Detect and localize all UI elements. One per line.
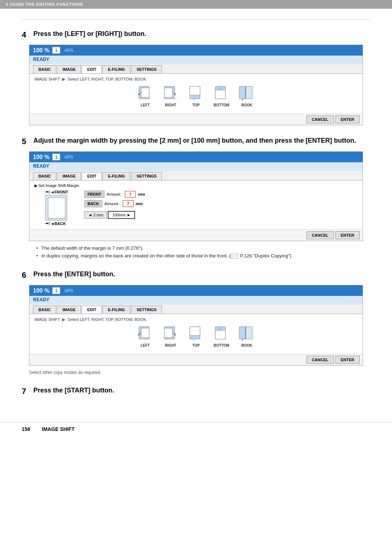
shift-buttons-4: ↙ LEFT ↘ [34, 85, 358, 107]
shift-btn-right[interactable]: ↘ RIGHT [161, 85, 180, 107]
shift-btn-left[interactable]: ↙ LEFT [136, 85, 155, 107]
amount-label-back: Amount : [105, 201, 121, 206]
step-6: 6 Press the [ENTER] button. 100 % 1 APS … [22, 270, 370, 375]
btn-2mm[interactable]: ◄ 2 mm [84, 211, 107, 219]
svg-text:↗: ↗ [241, 338, 244, 342]
tab-basic-6[interactable]: BASIC [33, 306, 56, 314]
zoom-value-4: 100 % [33, 47, 49, 54]
left-icon-6: ↙ [136, 325, 155, 342]
enter-button-4[interactable]: ENTER [335, 115, 360, 123]
action-buttons-4: CANCEL ENTER [29, 114, 363, 125]
header-bar: 5 USING THE EDITING FUNCTIONS [0, 0, 392, 9]
tab-basic-5[interactable]: BASIC [33, 172, 56, 180]
cancel-button-6[interactable]: CANCEL [306, 356, 334, 364]
tab-bar-4: BASIC IMAGE EDIT E-FILING SETTINGS [29, 64, 363, 74]
top-label-6: TOP [192, 343, 200, 347]
right-label-6: RIGHT [165, 343, 176, 347]
shift-btn-bottom[interactable]: ↓ BOTTOM [212, 85, 231, 107]
instruction-text-6: Select LEFT, RIGHT, TOP, BOTTOM, BOOK [68, 317, 146, 322]
bottom-icon-6: ↓ [212, 325, 231, 342]
bullet-list-5: The default width of the margin is 7 mm … [36, 245, 363, 259]
amount-label-front: Amount : [107, 192, 123, 196]
step-5-panel: 100 % 1 APS READY BASIC IMAGE EDIT E-FIL… [29, 151, 363, 241]
svg-rect-10 [215, 90, 225, 99]
aps-label-4: APS [65, 48, 73, 53]
aps-label-6: APS [65, 288, 73, 293]
top-label: TOP [192, 103, 200, 107]
tab-settings-4[interactable]: SETTINGS [131, 65, 162, 73]
ready-text-6: READY [33, 297, 49, 303]
svg-text:↙: ↙ [138, 331, 142, 337]
cancel-button-4[interactable]: CANCEL [306, 115, 334, 123]
back-label: BACK [84, 200, 102, 207]
instruction-arrow-6: ▶ [62, 317, 65, 322]
cancel-button-5[interactable]: CANCEL [306, 231, 334, 239]
tab-bar-6: BASIC IMAGE EDIT E-FILING SETTINGS [29, 305, 363, 314]
front-row: FRONT Amount : 7 mm [84, 191, 145, 198]
step-6-header: 6 Press the [ENTER] button. [22, 270, 370, 280]
svg-rect-29 [246, 327, 252, 339]
svg-text:↓: ↓ [218, 326, 220, 331]
tab-efiling-4[interactable]: E-FILING [102, 65, 130, 73]
copies-box-6: 1 [52, 287, 60, 294]
step-4-panel: 100 % 1 APS READY BASIC IMAGE EDIT E-FIL… [29, 45, 363, 125]
book-icon: ↗ [237, 85, 256, 102]
left-icon: ↙ [136, 85, 155, 102]
step-4: 4 Press the [LEFT] or [RIGHT]) button. 1… [22, 30, 370, 125]
tab-edit-5[interactable]: EDIT [82, 172, 102, 180]
panel-body-5: ▶ Set Image Shift Margin ➡| ◄FRONT ➡| ◄B… [29, 180, 363, 229]
tab-settings-6[interactable]: SETTINGS [131, 306, 162, 314]
instruction-prefix-6: IMAGE SHIFT [34, 317, 60, 322]
step-5-number: 5 [22, 137, 30, 146]
back-row: BACK Amount : 7 mm [84, 200, 145, 207]
footer-title: IMAGE SHIFT [42, 426, 74, 432]
action-buttons-6: CANCEL ENTER [29, 354, 363, 365]
shift-btn-right-6[interactable]: ↘ RIGHT [161, 325, 180, 347]
shift-btn-top[interactable]: ↑ TOP [187, 85, 205, 107]
shift-btn-book[interactable]: ↗ BOOK [237, 85, 256, 107]
svg-rect-23 [190, 327, 200, 335]
front-value: 7 [125, 191, 136, 197]
back-value: 7 [123, 200, 134, 207]
tab-image-5[interactable]: IMAGE [57, 172, 81, 180]
svg-rect-7 [190, 86, 200, 95]
shift-btn-bottom-6[interactable]: ↓ BOTTOM [212, 325, 231, 347]
shift-buttons-6: ↙ LEFT ↘ RIGHT [34, 325, 358, 347]
diagram-area: ➡| ◄FRONT ➡| ◄BACK [45, 190, 68, 226]
tab-efiling-5[interactable]: E-FILING [102, 172, 130, 180]
svg-text:↘: ↘ [172, 90, 177, 96]
copies-box-5: 1 [52, 154, 60, 160]
right-icon: ↘ [161, 85, 180, 102]
shift-btn-top-6[interactable]: ↑ TOP [187, 325, 205, 347]
footer-page: 158 [22, 426, 30, 432]
step-5: 5 Adjust the margin width by pressing th… [22, 137, 370, 259]
book-label: BOOK [241, 103, 252, 107]
step-6-number: 6 [22, 270, 30, 280]
tab-edit-4[interactable]: EDIT [82, 65, 102, 73]
tab-image-4[interactable]: IMAGE [57, 65, 81, 73]
status-bar-6: 100 % 1 APS [29, 285, 363, 296]
tab-image-6[interactable]: IMAGE [57, 306, 81, 314]
right-icon-6: ↘ [161, 325, 180, 342]
enter-button-5[interactable]: ENTER [335, 231, 360, 239]
btn-100mm[interactable]: 100mm ► [108, 211, 135, 219]
tab-basic-4[interactable]: BASIC [33, 65, 56, 73]
front-unit: mm [138, 192, 145, 196]
tab-efiling-6[interactable]: E-FILING [102, 306, 130, 314]
book-icon-6: ↗ [237, 325, 256, 342]
shift-btn-book-6[interactable]: ↗ BOOK [237, 325, 256, 347]
step-5-title: Adjust the margin width by pressing the … [33, 137, 356, 144]
tab-edit-6[interactable]: EDIT [82, 306, 102, 314]
panel-body-4: IMAGE SHIFT ▶ Select LEFT, RIGHT, TOP, B… [29, 74, 363, 114]
ready-row-4: READY [29, 56, 363, 64]
enter-button-6[interactable]: ENTER [335, 356, 360, 364]
aps-label-5: APS [65, 155, 73, 160]
set-margin-label: ▶ Set Image Shift Margin [34, 183, 79, 188]
status-bar-4: 100 % 1 APS [29, 45, 363, 56]
svg-rect-20 [164, 328, 172, 338]
back-arrow-row: ➡| ◄BACK [45, 221, 66, 226]
instruction-arrow-4: ▶ [62, 77, 65, 82]
shift-btn-left-6[interactable]: ↙ LEFT [136, 325, 155, 347]
right-label: RIGHT [165, 103, 176, 107]
tab-settings-5[interactable]: SETTINGS [131, 172, 162, 180]
